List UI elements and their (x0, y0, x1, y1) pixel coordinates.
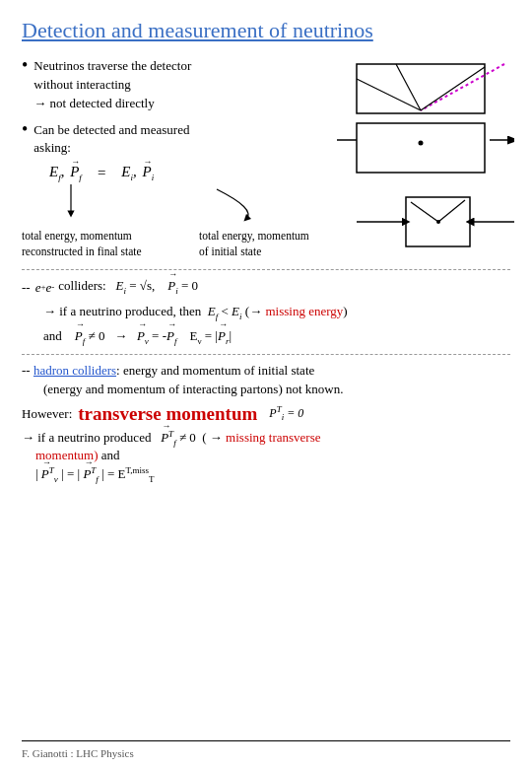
annotation-left-text: total energy, momentumreconstructed in f… (22, 228, 169, 259)
svg-line-15 (438, 200, 465, 222)
svg-line-3 (396, 64, 421, 110)
collider-section: -- e+e- colliders: Ei = √s, → Pi = 0 → i… (22, 276, 510, 347)
detector-diagram-svg (337, 59, 514, 177)
pvformula-line: | → PTν | = | → PTf | = ET,missT (35, 465, 510, 484)
neutrino-produced-line: → if a neutrino produced → PTf ≠ 0 ( → m… (22, 429, 510, 448)
footer-line (22, 740, 510, 741)
formula-left: Ef, → Pf (49, 164, 82, 182)
page: Detection and measurement of neutrinos •… (0, 0, 532, 769)
hadron-section: -- hadron colliders: energy and momentum… (22, 361, 510, 484)
top-diagram (337, 59, 514, 177)
formula-right: Ei, → Pi (121, 164, 154, 182)
formula-equals: = (98, 165, 105, 181)
collider-line-3: and → Pf ≠ 0 → → Pν = - → Pf Eν = | → Pr… (43, 326, 510, 348)
svg-point-8 (419, 141, 424, 146)
svg-line-2 (357, 79, 421, 110)
page-title: Detection and measurement of neutrinos (22, 18, 510, 43)
footer-text: F. Gianotti : LHC Physics (22, 747, 134, 759)
bullet-1-symbol: • (22, 55, 28, 77)
hadron-line-1: -- hadron colliders: energy and momentum… (22, 361, 510, 381)
arrows-svg (49, 184, 394, 224)
separator-2 (22, 354, 510, 355)
hadron-line-2: (energy and momentum of interacting part… (43, 380, 510, 399)
svg-line-1 (421, 64, 504, 110)
annotation-right-text: total energy, momentumof initial state (199, 228, 309, 259)
svg-line-14 (411, 202, 438, 222)
bullet-2-symbol: • (22, 119, 28, 141)
momentum-line: momentum) and (35, 448, 510, 463)
however-line: However: transverse momentum PTi = 0 (22, 403, 510, 425)
bullet-2-text: Can be detected and measured asking: (33, 121, 189, 159)
bullet-1-text: Neutrinos traverse the detector without … (33, 57, 191, 113)
second-diagram (357, 192, 514, 286)
svg-line-4 (421, 67, 485, 110)
second-diagram-svg (357, 192, 514, 286)
collider-line-2: → if a neutrino produced, then Ef < Ei (… (43, 302, 510, 323)
svg-rect-7 (357, 123, 485, 173)
